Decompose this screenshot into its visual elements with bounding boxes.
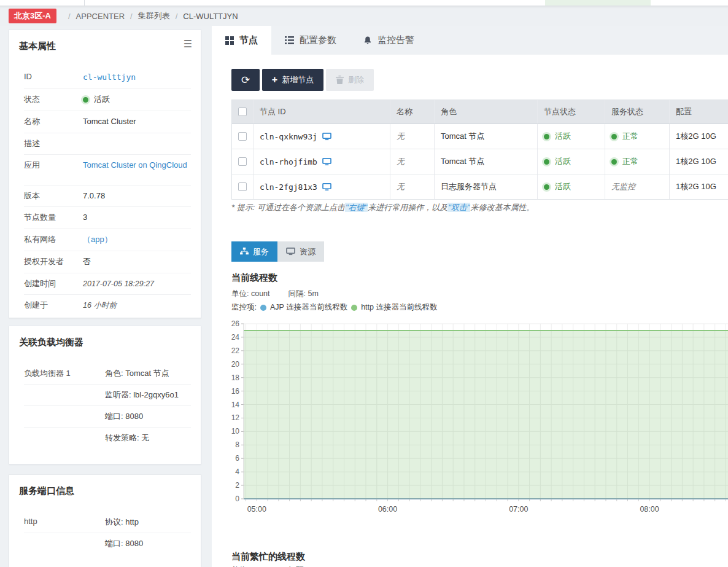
status-dot-icon <box>83 97 88 103</box>
chart2-title: 当前繁忙的线程数 <box>231 551 305 563</box>
prop-label: 名称 <box>24 116 83 127</box>
prop-row-created: 创建时间 2017-07-05 18:29:27 <box>24 273 191 295</box>
legend-label-ajp: AJP 连接器当前线程数 <box>270 302 347 313</box>
trash-icon <box>336 76 344 84</box>
monitor-icon[interactable] <box>322 158 331 166</box>
svg-text:0: 0 <box>235 495 239 503</box>
cluster-name[interactable]: Tomcat Cluster <box>83 116 191 128</box>
breadcrumb-separator: / <box>176 12 178 21</box>
prop-row-version: 版本 7.0.78 <box>24 186 191 208</box>
plus-icon: + <box>272 75 277 85</box>
header-node-status[interactable]: 节点状态 <box>538 100 605 123</box>
vxnet-link[interactable]: （app） <box>83 234 191 246</box>
monitor-subtabs: 服务 资源 <box>231 241 324 262</box>
refresh-button[interactable]: ⟳ <box>231 69 260 91</box>
svg-text:4: 4 <box>235 467 239 476</box>
node-name: 无 <box>390 174 435 199</box>
prop-row-authorized: 授权开发者 否 <box>24 251 191 273</box>
list-icon <box>285 36 294 44</box>
svg-text:14: 14 <box>231 401 239 409</box>
select-all-checkbox[interactable] <box>238 108 247 116</box>
svg-text:2: 2 <box>235 481 239 490</box>
svg-text:12: 12 <box>231 413 239 422</box>
svg-text:6: 6 <box>235 454 239 463</box>
row-checkbox[interactable] <box>238 132 247 141</box>
lb-row-port: 端口: 8080 <box>24 406 191 428</box>
subtab-resource-label: 资源 <box>300 246 316 257</box>
svg-text:06:00: 06:00 <box>378 505 397 514</box>
node-config: 1核2G 10G <box>670 149 728 174</box>
prop-row-name: 名称 Tomcat Cluster <box>24 111 191 133</box>
svg-text:8: 8 <box>235 440 239 449</box>
cluster-id-link[interactable]: cl-wulttjyn <box>83 72 191 84</box>
prop-row-node-count: 节点数量 3 <box>24 207 191 229</box>
row-checkbox[interactable] <box>238 182 247 191</box>
port-row-protocol: http 协议: http <box>24 512 191 533</box>
cluster-version: 7.0.78 <box>83 190 191 202</box>
node-role: 日志服务器节点 <box>435 174 538 199</box>
legend-label-http: http 连接器当前线程数 <box>361 302 437 313</box>
hint-keyword-double-click: "双击" <box>447 203 470 212</box>
lb-row-policy: 转发策略: 无 <box>24 428 191 448</box>
tab-nodes[interactable]: 节点 <box>212 26 271 55</box>
svg-text:10: 10 <box>231 427 239 436</box>
table-row[interactable]: cln-2fgj81x3 无 日志服务器节点 活跃 无监控 1核2G 10G <box>232 174 728 199</box>
zone-badge[interactable]: 北京3区-A <box>9 9 56 23</box>
chart-legend: 监控项: AJP 连接器当前线程数 http 连接器当前线程数 <box>231 302 437 313</box>
tab-config[interactable]: 配置参数 <box>271 26 350 55</box>
node-name: 无 <box>390 149 435 174</box>
header-role[interactable]: 角色 <box>435 100 538 123</box>
svg-text:16: 16 <box>231 387 239 396</box>
prop-row-status: 状态 活跃 <box>24 89 191 111</box>
node-config: 1核2G 10G <box>670 174 728 199</box>
breadcrumb: 北京3区-A / APPCENTER / 集群列表 / CL-WULTTJYN <box>0 6 728 26</box>
node-config: 1核2G 10G <box>670 124 728 149</box>
subtab-service-label: 服务 <box>253 246 269 257</box>
svg-text:18: 18 <box>231 373 239 382</box>
basic-properties-title: 基本属性 <box>9 30 201 52</box>
subtab-resource[interactable]: 资源 <box>277 241 324 262</box>
top-strip-chart-sliver <box>545 0 651 6</box>
thread-count-chart[interactable]: 0246810121416182022242605:0006:0007:0008… <box>231 318 728 521</box>
service-ports-title: 服务端口信息 <box>9 475 201 497</box>
table-row[interactable]: cln-rhojfimb 无 Tomcat 节点 活跃 正常 1核2G 10G <box>232 149 728 174</box>
chart-interval: 间隔: 5m <box>288 289 319 298</box>
header-service-status[interactable]: 服务状态 <box>605 100 670 123</box>
port-row-port: 端口: 8080 <box>24 533 191 554</box>
add-node-button[interactable]: + 新增节点 <box>262 69 323 91</box>
hamburger-icon[interactable]: ☰ <box>184 38 192 50</box>
node-status: 活跃 <box>555 156 571 167</box>
app-link[interactable]: Tomcat Cluster on QingCloud <box>83 160 191 171</box>
monitor-icon[interactable] <box>322 133 331 141</box>
header-name[interactable]: 名称 <box>390 100 435 123</box>
prop-label: 创建于 <box>24 300 83 311</box>
header-config[interactable]: 配置 <box>670 100 728 123</box>
svg-text:05:00: 05:00 <box>247 505 266 514</box>
tab-monitor[interactable]: 监控告警 <box>350 26 428 55</box>
lb-listener: 监听器: lbl-2gqxy6o1 <box>105 389 191 401</box>
chart-unit: 单位: count <box>231 289 270 298</box>
port-name: http <box>24 517 105 526</box>
table-row[interactable]: cln-qxknw93j 无 Tomcat 节点 活跃 正常 1核2G 10G <box>232 124 728 149</box>
breadcrumb-cluster-list[interactable]: 集群列表 <box>138 10 170 22</box>
node-name: 无 <box>390 124 435 149</box>
svg-text:24: 24 <box>231 333 239 342</box>
delete-button[interactable]: 删除 <box>326 69 374 91</box>
nodes-table: 节点 ID 名称 角色 节点状态 服务状态 配置 cln-qxknw93j 无 … <box>231 100 728 200</box>
lb-row-listener: 监听器: lbl-2gqxy6o1 <box>24 385 191 406</box>
prop-label: ID <box>24 72 83 81</box>
service-status: 正常 <box>622 131 638 142</box>
lb-role: 角色: Tomcat 节点 <box>105 368 191 379</box>
cluster-status: 活跃 <box>83 94 191 106</box>
legend-dot-ajp <box>260 305 266 311</box>
breadcrumb-appcenter[interactable]: APPCENTER <box>76 12 125 21</box>
row-checkbox[interactable] <box>238 157 247 166</box>
chart-title: 当前线程数 <box>231 272 277 284</box>
header-node-id[interactable]: 节点 ID <box>254 100 390 123</box>
monitor-icon[interactable] <box>322 183 331 191</box>
subtab-service[interactable]: 服务 <box>231 241 277 262</box>
port-protocol: 协议: http <box>105 517 191 528</box>
prop-row-vxnet: 私有网络 （app） <box>24 229 191 251</box>
lb-port: 端口: 8080 <box>105 411 191 422</box>
status-dot-icon <box>544 184 549 190</box>
